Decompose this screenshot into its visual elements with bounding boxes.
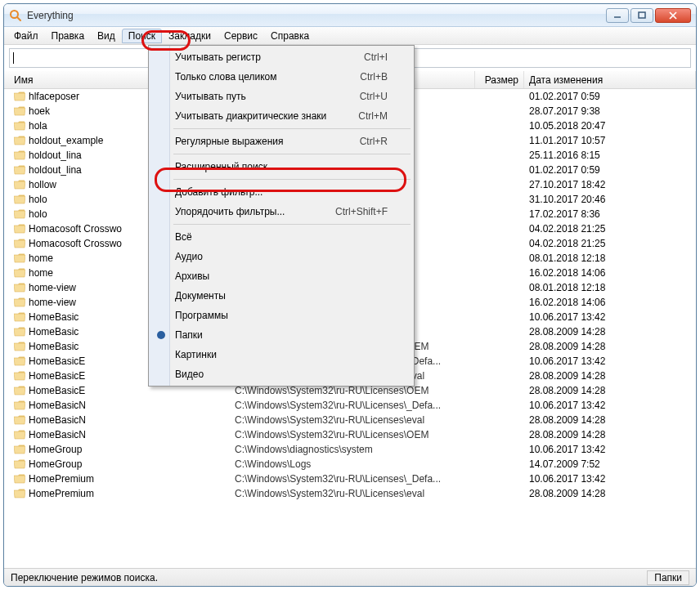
- menu-item-вид[interactable]: Вид: [91, 29, 122, 43]
- folder-icon: [14, 327, 25, 337]
- menu-option-label: Расширенный поиск...: [175, 161, 276, 172]
- column-header-size[interactable]: Размер: [475, 71, 524, 88]
- item-date: 25.11.2016 8:15: [524, 150, 696, 161]
- item-name: HomeGroup: [29, 458, 82, 470]
- menu-option[interactable]: Добавить фильтр...: [150, 182, 412, 202]
- folder-icon: [14, 209, 25, 219]
- menu-option[interactable]: Архивы: [150, 266, 412, 286]
- folder-icon: [14, 489, 25, 498]
- folder-icon: [14, 297, 25, 307]
- app-icon: [9, 9, 22, 22]
- item-name: HomeBasic: [29, 341, 79, 352]
- maximize-button[interactable]: [630, 8, 653, 23]
- item-name: Homacosoft Crosswo: [29, 223, 122, 235]
- menu-shortcut: Ctrl+B: [360, 71, 388, 83]
- menu-option[interactable]: Программы: [150, 306, 412, 325]
- status-text: Переключение режимов поиска.: [11, 572, 158, 583]
- item-name: HomeBasicE: [29, 355, 85, 367]
- item-name: holdout_example: [29, 135, 103, 146]
- item-name: Homacosoft Crosswo: [29, 238, 122, 249]
- menu-option-label: Учитывать регистр: [175, 51, 261, 63]
- item-name: home-view: [29, 282, 76, 293]
- folder-icon: [14, 342, 25, 351]
- item-date: 08.01.2018 12:18: [524, 282, 696, 293]
- menu-option-label: Программы: [175, 310, 228, 321]
- folder-icon: [14, 253, 25, 263]
- status-filter-pane[interactable]: Папки: [647, 570, 689, 585]
- menu-option-label: Учитывать диакритические знаки: [175, 110, 326, 122]
- menu-item-сервис[interactable]: Сервис: [218, 29, 264, 43]
- item-date: 10.06.2017 13:42: [524, 444, 696, 455]
- folder-icon: [14, 150, 25, 160]
- menu-item-правка[interactable]: Правка: [45, 29, 92, 43]
- menu-option-label: Учитывать путь: [175, 91, 246, 102]
- folder-icon: [14, 92, 25, 101]
- menu-option[interactable]: Регулярные выраженияCtrl+R: [150, 132, 412, 151]
- menu-option[interactable]: Учитывать регистрCtrl+I: [150, 47, 412, 67]
- titlebar[interactable]: Everything: [4, 4, 696, 27]
- folder-icon: [14, 371, 25, 381]
- menu-option[interactable]: Картинки: [150, 345, 412, 364]
- menu-item-справка[interactable]: Справка: [264, 29, 316, 43]
- menu-option[interactable]: Расширенный поиск...: [150, 157, 412, 177]
- item-date: 28.08.2009 14:28: [524, 414, 696, 426]
- column-header-date[interactable]: Дата изменения: [524, 71, 696, 88]
- list-item[interactable]: HomeGroupC:\Windows\diagnostics\system10…: [4, 442, 696, 457]
- item-name: holdout_lina: [29, 150, 82, 161]
- list-item[interactable]: HomePremiumC:\Windows\System32\ru-RU\Lic…: [4, 472, 696, 486]
- folder-icon: [14, 224, 25, 234]
- list-item[interactable]: HomeBasicNC:\Windows\System32\ru-RU\Lice…: [4, 398, 696, 413]
- item-date: 17.02.2017 8:36: [524, 208, 696, 220]
- list-item[interactable]: HomeBasicNC:\Windows\System32\ru-RU\Lice…: [4, 427, 696, 442]
- menu-option-label: Добавить фильтр...: [175, 186, 262, 198]
- menu-option-label: Упорядочить фильтры...: [175, 206, 285, 217]
- item-name: hollow: [29, 179, 56, 190]
- folder-icon: [14, 121, 25, 131]
- item-path: C:\Windows\System32\ru-RU\Licenses\OEM: [230, 385, 475, 396]
- menu-option[interactable]: Всё: [150, 227, 412, 247]
- item-name: holo: [29, 194, 47, 205]
- close-button[interactable]: [655, 8, 691, 23]
- item-name: holo: [29, 208, 47, 220]
- menu-item-закладки[interactable]: Закладки: [162, 29, 218, 43]
- window-title: Everything: [27, 10, 606, 21]
- menu-option[interactable]: Видео: [150, 364, 412, 384]
- menu-shortcut: Ctrl+Shift+F: [335, 206, 388, 217]
- menu-option[interactable]: Аудио: [150, 247, 412, 266]
- folder-icon: [14, 283, 25, 293]
- statusbar: Переключение режимов поиска. Папки: [4, 568, 696, 586]
- menu-option[interactable]: Только слова целикомCtrl+B: [150, 67, 412, 87]
- menu-item-файл[interactable]: Файл: [7, 29, 45, 43]
- item-name: HomeBasic: [29, 311, 79, 323]
- menu-option[interactable]: Папки: [150, 325, 412, 345]
- item-date: 28.08.2009 14:28: [524, 488, 696, 499]
- menu-option[interactable]: Учитывать диакритические знакиCtrl+M: [150, 106, 412, 126]
- item-date: 10.05.2018 20:47: [524, 120, 696, 132]
- item-path: C:\Windows\System32\ru-RU\Licenses\eval: [230, 488, 475, 499]
- list-item[interactable]: HomeGroupC:\Windows\Logs14.07.2009 7:52: [4, 457, 696, 472]
- menu-option[interactable]: Документы: [150, 286, 412, 306]
- folder-icon: [14, 136, 25, 145]
- menu-item-поиск[interactable]: Поиск: [122, 29, 162, 43]
- item-name: HomePremium: [29, 473, 94, 485]
- search-menu-dropdown: Учитывать регистрCtrl+IТолько слова цели…: [148, 45, 415, 387]
- item-path: C:\Windows\System32\ru-RU\Licenses\_Defa…: [230, 473, 475, 485]
- list-item[interactable]: HomeBasicNC:\Windows\System32\ru-RU\Lice…: [4, 413, 696, 427]
- list-item[interactable]: HomePremiumC:\Windows\System32\ru-RU\Lic…: [4, 486, 696, 501]
- minimize-button[interactable]: [606, 8, 629, 23]
- menu-shortcut: Ctrl+U: [360, 91, 388, 102]
- folder-icon: [14, 194, 25, 204]
- item-name: hoek: [29, 105, 50, 117]
- item-date: 11.01.2017 10:57: [524, 135, 696, 146]
- item-date: 10.06.2017 13:42: [524, 400, 696, 411]
- menu-option[interactable]: Упорядочить фильтры...Ctrl+Shift+F: [150, 202, 412, 221]
- menu-option[interactable]: Учитывать путьCtrl+U: [150, 87, 412, 106]
- menu-option-label: Архивы: [175, 270, 209, 282]
- radio-dot-icon: [157, 331, 165, 339]
- item-path: C:\Windows\diagnostics\system: [230, 444, 475, 455]
- menu-shortcut: Ctrl+M: [358, 110, 388, 122]
- svg-line-1: [17, 17, 20, 20]
- item-name: home: [29, 267, 53, 279]
- item-name: holdout_lina: [29, 164, 82, 176]
- item-date: 28.08.2009 14:28: [524, 370, 696, 382]
